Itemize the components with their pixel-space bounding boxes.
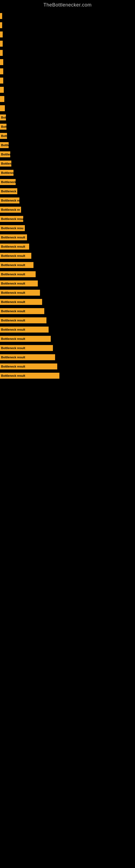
bar-14: Bottlenec bbox=[0, 142, 9, 148]
bar-34: Bottleneck result bbox=[0, 327, 49, 333]
bar-16: Bottleneck bbox=[0, 161, 11, 166]
bar-label-21: Bottleneck re bbox=[1, 208, 20, 211]
bar-row: Bottleneck result bbox=[0, 344, 135, 352]
bar-15: Bottleneck res bbox=[0, 151, 10, 157]
bar-row bbox=[0, 58, 135, 66]
bar-label-13: Bott bbox=[1, 134, 7, 137]
bar-23: Bottleneck resu bbox=[0, 225, 25, 231]
bar-9 bbox=[0, 96, 4, 102]
bar-row bbox=[0, 21, 135, 30]
bar-label-17: Bottleneck resu bbox=[1, 171, 13, 175]
bar-label-30: Bottleneck result bbox=[1, 291, 25, 294]
bar-label-24: Bottleneck result bbox=[1, 236, 25, 239]
bar-label-23: Bottleneck resu bbox=[1, 226, 24, 230]
bar-row: Bottleneck result bbox=[0, 362, 135, 371]
bar-row: Bottleneck result bbox=[0, 270, 135, 279]
bar-row: Bottleneck result bbox=[0, 316, 135, 325]
bar-12: Bott bbox=[0, 124, 6, 130]
bar-row bbox=[0, 86, 135, 94]
bar-row: Bottleneck result bbox=[0, 178, 135, 186]
bar-row: Bottleneck result bbox=[0, 233, 135, 242]
bar-row bbox=[0, 95, 135, 103]
bar-row: Bottleneck result bbox=[0, 261, 135, 269]
bar-label-15: Bottleneck res bbox=[1, 153, 10, 156]
bar-row: Bottleneck result bbox=[0, 242, 135, 251]
bar-2 bbox=[0, 31, 3, 37]
bar-label-32: Bottleneck result bbox=[1, 310, 25, 313]
bar-row bbox=[0, 49, 135, 57]
bar-30: Bottleneck result bbox=[0, 290, 40, 296]
bar-label-26: Bottleneck result bbox=[1, 254, 25, 257]
bar-row: Bottleneck resu bbox=[0, 187, 135, 195]
bar-36: Bottleneck result bbox=[0, 345, 53, 351]
site-title: TheBottlenecker.com bbox=[0, 0, 135, 9]
bar-27: Bottleneck result bbox=[0, 262, 34, 268]
bar-19: Bottleneck resu bbox=[0, 188, 17, 194]
bar-11: Bott bbox=[0, 115, 6, 120]
bar-28: Bottleneck result bbox=[0, 271, 36, 277]
bar-label-22: Bottleneck result bbox=[1, 217, 23, 220]
bar-row bbox=[0, 30, 135, 39]
bar-33: Bottleneck result bbox=[0, 317, 46, 323]
bar-25: Bottleneck result bbox=[0, 244, 29, 250]
bar-label-16: Bottleneck bbox=[1, 162, 11, 165]
bar-row: Bottleneck result bbox=[0, 298, 135, 306]
bar-29: Bottleneck result bbox=[0, 280, 38, 286]
bar-row: Bottleneck re bbox=[0, 205, 135, 214]
bar-4 bbox=[0, 50, 3, 56]
bar-0 bbox=[0, 13, 2, 19]
bar-label-18: Bottleneck result bbox=[1, 180, 16, 184]
bar-row: Bottleneck res bbox=[0, 150, 135, 159]
bar-row: Bottleneck result bbox=[0, 325, 135, 334]
bar-label-20: Bottleneck result bbox=[1, 199, 19, 202]
bar-label-29: Bottleneck result bbox=[1, 282, 25, 285]
bar-row: Bottleneck resu bbox=[0, 224, 135, 232]
bar-3 bbox=[0, 41, 3, 46]
bar-row: Bottlenec bbox=[0, 141, 135, 150]
bar-32: Bottleneck result bbox=[0, 308, 44, 314]
bar-label-19: Bottleneck resu bbox=[1, 190, 17, 193]
bar-1 bbox=[0, 22, 2, 28]
bar-row: Bott bbox=[0, 131, 135, 140]
bar-label-36: Bottleneck result bbox=[1, 346, 25, 350]
bar-row bbox=[0, 12, 135, 20]
bar-row bbox=[0, 104, 135, 113]
bar-31: Bottleneck result bbox=[0, 299, 42, 305]
bar-label-27: Bottleneck result bbox=[1, 264, 25, 267]
bar-row: Bottleneck bbox=[0, 159, 135, 168]
bar-row: Bottleneck result bbox=[0, 371, 135, 380]
bar-row: Bott bbox=[0, 122, 135, 131]
bar-label-12: Bott bbox=[1, 125, 6, 128]
bar-label-14: Bottlenec bbox=[1, 144, 9, 147]
bar-row: Bottleneck result bbox=[0, 335, 135, 343]
bar-label-11: Bott bbox=[1, 116, 6, 119]
bar-row bbox=[0, 39, 135, 48]
bar-13: Bott bbox=[0, 133, 7, 139]
bar-row: Bottleneck result bbox=[0, 307, 135, 315]
bar-row bbox=[0, 76, 135, 85]
bar-24: Bottleneck result bbox=[0, 235, 27, 240]
bar-label-28: Bottleneck result bbox=[1, 273, 25, 276]
bar-label-34: Bottleneck result bbox=[1, 328, 25, 331]
bar-row: Bott bbox=[0, 113, 135, 122]
bar-row bbox=[0, 67, 135, 76]
bar-35: Bottleneck result bbox=[0, 336, 51, 342]
bar-row: Bottleneck resu bbox=[0, 168, 135, 177]
bar-label-39: Bottleneck result bbox=[1, 374, 25, 377]
bar-label-38: Bottleneck result bbox=[1, 365, 25, 368]
bar-10 bbox=[0, 105, 5, 111]
bar-row: Bottleneck result bbox=[0, 288, 135, 297]
bar-row: Bottleneck result bbox=[0, 279, 135, 288]
bar-row: Bottleneck result bbox=[0, 353, 135, 362]
bar-row: Bottleneck result bbox=[0, 215, 135, 223]
bar-label-35: Bottleneck result bbox=[1, 337, 25, 340]
bar-26: Bottleneck result bbox=[0, 253, 31, 259]
bar-label-25: Bottleneck result bbox=[1, 245, 25, 248]
bar-37: Bottleneck result bbox=[0, 354, 55, 360]
bar-21: Bottleneck re bbox=[0, 207, 21, 213]
bars-container: BottBottBottBottlenecBottleneck resBottl… bbox=[0, 9, 135, 380]
bar-17: Bottleneck resu bbox=[0, 170, 13, 176]
bar-row: Bottleneck result bbox=[0, 251, 135, 260]
bar-7 bbox=[0, 78, 3, 84]
bar-18: Bottleneck result bbox=[0, 179, 16, 185]
